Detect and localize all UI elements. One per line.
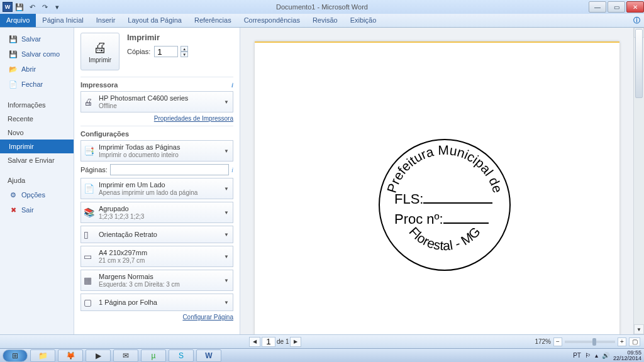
close-button[interactable]: ✕ bbox=[626, 1, 644, 13]
margins-dropdown[interactable]: ▦ Margens NormaisEsquerda: 3 cm Direita:… bbox=[80, 270, 233, 291]
stamp-fls-label: FLS: bbox=[394, 191, 423, 207]
taskbar-utorrent-icon[interactable]: µ bbox=[141, 349, 166, 362]
pages-input[interactable] bbox=[110, 164, 229, 175]
start-button[interactable]: ⊞ bbox=[3, 349, 28, 362]
maximize-button[interactable]: ▭ bbox=[608, 1, 625, 13]
pps-title: 1 Página por Folha bbox=[99, 299, 157, 307]
sidebar-item-save[interactable]: 💾Salvar bbox=[0, 31, 74, 47]
qat-redo-icon[interactable]: ↷ bbox=[39, 1, 50, 13]
stamp-arc-top: Prefeitura Municipal de bbox=[384, 143, 506, 195]
qat-customize-icon[interactable]: ▾ bbox=[52, 1, 63, 13]
copies-spinner[interactable]: ▲▼ bbox=[180, 46, 188, 57]
info-icon[interactable]: i bbox=[231, 166, 233, 173]
page-setup-link[interactable]: Configurar Página bbox=[80, 314, 233, 321]
margins-icon: ▦ bbox=[84, 275, 95, 285]
print-range-sub: Imprimir o documento inteiro bbox=[99, 151, 180, 159]
zoom-out-button[interactable]: − bbox=[553, 337, 562, 346]
printer-properties-link[interactable]: Propriedades de Impressora bbox=[80, 115, 233, 122]
collate-dropdown[interactable]: 📚 Agrupado1;2;3 1;2;3 1;2;3 ▼ bbox=[80, 202, 233, 223]
tray-flag-icon[interactable]: 🏳 bbox=[585, 352, 591, 359]
qat-undo-icon[interactable]: ↶ bbox=[26, 1, 38, 13]
sidebar-item-label: Novo bbox=[8, 129, 24, 136]
pages-per-sheet-dropdown[interactable]: ▢ 1 Página por Folha ▼ bbox=[80, 293, 233, 311]
taskbar-skype-icon[interactable]: S bbox=[169, 349, 194, 362]
chevron-down-icon: ▼ bbox=[224, 99, 229, 105]
orientation-icon: ▯ bbox=[84, 229, 95, 239]
sidebar-item-saveas[interactable]: 💾Salvar como bbox=[0, 47, 74, 62]
next-page-button[interactable]: ▶ bbox=[290, 337, 301, 347]
minimize-button[interactable]: — bbox=[589, 1, 606, 13]
chevron-down-icon: ▼ bbox=[224, 186, 229, 192]
sidebar-item-exit[interactable]: ✖Sair bbox=[0, 202, 74, 217]
printer-status: Offline bbox=[99, 102, 188, 110]
taskbar-explorer-icon[interactable]: 📁 bbox=[30, 349, 55, 362]
tab-insert[interactable]: Inserir bbox=[90, 14, 122, 27]
ribbon-tabs: Arquivo Página Inicial Inserir Layout da… bbox=[0, 14, 644, 28]
print-button-label: Imprimir bbox=[89, 57, 111, 63]
tray-lang[interactable]: PT bbox=[573, 352, 581, 359]
printer-icon: 🖨 bbox=[93, 40, 107, 56]
vertical-scrollbar[interactable]: ▲ ▼ bbox=[633, 28, 644, 334]
sidebar-item-close[interactable]: 📄Fechar bbox=[0, 77, 74, 92]
sidebar-item-label: Informações bbox=[8, 101, 46, 109]
stamp-arc-bottom: Florestal - MG bbox=[406, 224, 483, 253]
backstage-sidebar: 💾Salvar 💾Salvar como 📂Abrir 📄Fechar Info… bbox=[0, 28, 74, 348]
pages-icon: 📑 bbox=[84, 146, 95, 156]
paper-icon: ▭ bbox=[84, 251, 95, 261]
taskbar-firefox-icon[interactable]: 🦊 bbox=[58, 349, 83, 362]
help-icon[interactable]: ⓘ bbox=[633, 14, 640, 27]
sidebar-item-info[interactable]: Informações bbox=[0, 98, 74, 112]
tab-file[interactable]: Arquivo bbox=[0, 14, 36, 27]
printer-dropdown[interactable]: 🖨 HP Photosmart C4600 seriesOffline ▼ bbox=[80, 91, 233, 112]
margins-title: Margens Normais bbox=[99, 273, 180, 281]
fit-page-button[interactable]: ▢ bbox=[629, 337, 640, 346]
qat-save-icon[interactable]: 💾 bbox=[14, 1, 25, 13]
tray-chevron-icon[interactable]: ▴ bbox=[595, 352, 598, 359]
config-section-heading: Configurações bbox=[80, 130, 129, 138]
sidebar-item-new[interactable]: Novo bbox=[0, 126, 74, 140]
sidebar-item-open[interactable]: 📂Abrir bbox=[0, 62, 74, 77]
pages-label: Páginas: bbox=[80, 166, 108, 173]
page-number-input[interactable] bbox=[262, 337, 275, 347]
taskbar-media-icon[interactable]: ▶ bbox=[86, 349, 111, 362]
copies-input[interactable] bbox=[154, 46, 178, 57]
tab-home[interactable]: Página Inicial bbox=[36, 14, 89, 27]
svg-text:Prefeitura Municipal de: Prefeitura Municipal de bbox=[384, 143, 506, 195]
copies-label: Cópias: bbox=[127, 48, 150, 55]
sidebar-item-help[interactable]: Ajuda bbox=[0, 173, 74, 187]
zoom-knob[interactable] bbox=[592, 338, 596, 346]
tab-mailings[interactable]: Correspondências bbox=[238, 14, 306, 27]
zoom-slider[interactable] bbox=[565, 341, 615, 343]
scroll-thumb[interactable] bbox=[635, 29, 643, 98]
taskbar-word-icon[interactable]: W bbox=[196, 349, 221, 362]
paper-title: A4 210x297mm bbox=[99, 249, 147, 257]
status-bar: ◀ de 1 ▶ 172% − + ▢ bbox=[0, 334, 644, 348]
tray-clock[interactable]: 09:55 22/12/2014 bbox=[613, 350, 641, 361]
sidebar-item-recent[interactable]: Recente bbox=[0, 112, 74, 126]
sides-dropdown[interactable]: 📄 Imprimir em Um LadoApenas imprimir um … bbox=[80, 178, 233, 199]
sidebar-item-label: Sair bbox=[21, 206, 34, 214]
tab-references[interactable]: Referências bbox=[188, 14, 238, 27]
printer-name: HP Photosmart C4600 series bbox=[99, 94, 188, 102]
tab-layout[interactable]: Layout da Página bbox=[121, 14, 188, 27]
info-icon[interactable]: i bbox=[231, 81, 233, 89]
sidebar-item-print[interactable]: Imprimir bbox=[0, 140, 74, 153]
sidebar-item-options[interactable]: ⚙Opções bbox=[0, 187, 74, 202]
prev-page-button[interactable]: ◀ bbox=[249, 337, 260, 347]
tab-review[interactable]: Revisão bbox=[306, 14, 344, 27]
page-side-icon: 📄 bbox=[84, 184, 95, 194]
tab-view[interactable]: Exibição bbox=[344, 14, 383, 27]
tray-network-icon[interactable]: 🔊 bbox=[602, 352, 609, 359]
sidebar-item-save-send[interactable]: Salvar e Enviar bbox=[0, 153, 74, 167]
taskbar-mail-icon[interactable]: ✉ bbox=[113, 349, 138, 362]
scroll-down-icon[interactable]: ▼ bbox=[634, 324, 644, 334]
zoom-in-button[interactable]: + bbox=[618, 337, 626, 346]
collate-title: Agrupado bbox=[99, 205, 144, 213]
print-range-dropdown[interactable]: 📑 Imprimir Todas as PáginasImprimir o do… bbox=[80, 140, 233, 162]
paper-dropdown[interactable]: ▭ A4 210x297mm21 cm x 29,7 cm ▼ bbox=[80, 246, 233, 267]
sidebar-item-label: Salvar bbox=[21, 35, 41, 43]
print-panel: 🖨 Imprimir Imprimir Cópias: ▲▼ Impressor… bbox=[74, 28, 240, 348]
stamp-proc-label: Proc nº: bbox=[394, 211, 443, 227]
orientation-dropdown[interactable]: ▯ Orientação Retrato ▼ bbox=[80, 226, 233, 243]
print-button[interactable]: 🖨 Imprimir bbox=[80, 33, 119, 70]
